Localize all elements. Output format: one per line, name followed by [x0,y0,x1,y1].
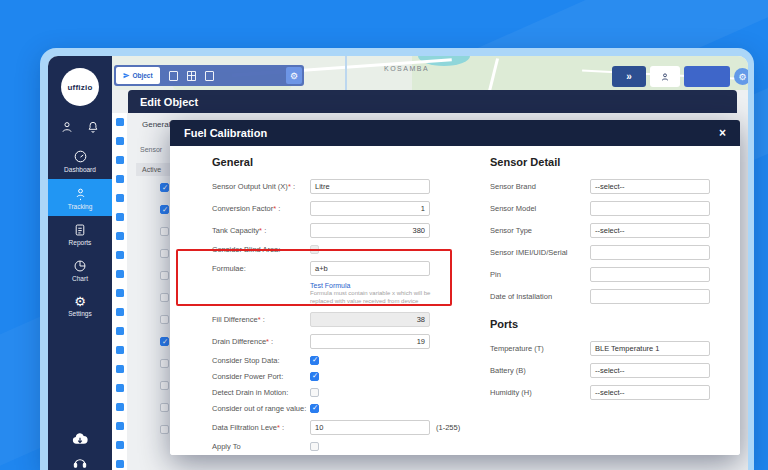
field-sensor-brand: Sensor Brand --select-- [490,178,740,194]
cloud-download-icon[interactable] [71,431,89,446]
bookmark-icon[interactable] [169,71,178,81]
object-row-checkbox[interactable] [116,460,124,468]
consider-stop-data-checkbox[interactable] [310,356,319,365]
sidebar-item-chart[interactable]: Chart [48,252,112,288]
support-headset-icon[interactable] [72,456,88,468]
consider-blind-area-checkbox[interactable] [310,245,319,254]
object-row-checkbox[interactable] [116,194,124,202]
field-conversion-factor: Conversion Factor* : 1 [212,200,462,216]
battery-port-select[interactable]: --select-- [590,363,710,378]
object-row-checkbox[interactable] [116,289,124,297]
object-row-checkbox[interactable] [116,118,124,126]
profile-icon[interactable] [60,120,74,134]
field-label: Consider Blind Area: [212,245,310,254]
object-row-checkbox[interactable] [116,327,124,335]
object-row-checkbox[interactable] [116,403,124,411]
brand-logo[interactable]: uffizio [61,68,99,106]
screen: uffizio [0,0,768,470]
tank-capacity-input[interactable]: 380 [310,223,430,238]
drain-difference-input[interactable]: 19 [310,334,430,349]
sensor-model-input[interactable] [590,201,710,216]
object-row-checkbox[interactable] [116,175,124,183]
object-row-checkbox[interactable] [116,213,124,221]
edit-object-row-checkbox[interactable] [160,249,169,258]
sidebar-item-label: Reports [69,239,92,246]
header-settings-button[interactable]: ⚙ [734,68,748,85]
sensor-detail-heading: Sensor Detail [490,156,740,168]
sidebar-item-tracking[interactable]: Tracking [48,179,112,216]
edit-object-row-checkbox[interactable] [160,359,169,368]
apply-to-checkbox[interactable] [310,442,319,451]
edit-object-row-checkbox[interactable] [160,205,169,214]
sensor-imei-input[interactable] [590,245,710,260]
data-filtration-range-hint: (1-255) [436,423,460,432]
collapse-chevrons-label: » [626,71,632,82]
edit-object-sensor-label: Sensor [140,146,162,153]
collapse-panel-button[interactable]: » [612,66,646,87]
field-label: Detect Drain in Motion: [212,388,310,397]
field-label: Temperature (T) [490,344,590,353]
object-row-checkbox[interactable] [116,346,124,354]
date-of-installation-input[interactable] [590,289,710,304]
edit-object-row-checks [160,183,169,434]
edit-object-row-checkbox[interactable] [160,227,169,236]
test-formula-link[interactable]: Test Formula [310,282,450,289]
edit-object-row-checkbox[interactable] [160,271,169,280]
map-boundary-line [345,56,347,90]
field-label: Drain Difference* : [212,337,310,346]
sensor-output-unit-input[interactable]: Litre [310,179,430,194]
tab-object[interactable]: Object [116,67,160,84]
edit-object-tab-general[interactable]: General [142,120,170,129]
edit-object-row-checkbox[interactable] [160,183,169,192]
sidebar-item-label: Chart [72,275,88,282]
tracking-person-pin-icon [73,186,88,201]
object-row-checkbox[interactable] [116,156,124,164]
toolbar-settings-button[interactable]: ⚙ [286,67,302,84]
edit-object-row-checkbox[interactable] [160,403,169,412]
sidebar-item-reports[interactable]: Reports [48,216,112,252]
object-row-checkbox[interactable] [116,232,124,240]
header-widget-bar[interactable] [684,66,730,87]
field-consider-out-of-range: Consider out of range value: [212,403,462,413]
sensor-brand-select[interactable]: --select-- [590,179,710,194]
field-sensor-imei: Sensor IMEI/UID/Serial [490,244,740,260]
consider-out-of-range-checkbox[interactable] [310,404,319,413]
modal-header: Fuel Calibration × [170,120,740,146]
object-row-checkbox[interactable] [116,251,124,259]
object-row-checkbox[interactable] [116,270,124,278]
edit-object-row-checkbox[interactable] [160,425,169,434]
formulae-input[interactable]: a+b [310,261,430,276]
account-button[interactable] [650,66,680,87]
object-row-checkbox[interactable] [116,137,124,145]
field-label: Consider out of range value: [212,404,310,413]
grid-icon[interactable] [187,71,196,81]
object-row-checkbox[interactable] [116,422,124,430]
sidebar-item-dashboard[interactable]: Dashboard [48,142,112,179]
edit-object-row-checkbox[interactable] [160,293,169,302]
consider-power-port-checkbox[interactable] [310,372,319,381]
conversion-factor-input[interactable]: 1 [310,201,430,216]
close-icon[interactable]: × [719,126,726,140]
notifications-bell-icon[interactable] [86,120,100,134]
temperature-port-select[interactable]: BLE Temperature 1 [590,341,710,356]
data-filtration-level-input[interactable]: 10 [310,420,430,435]
object-row-checkbox[interactable] [116,441,124,449]
edit-object-row-checkbox[interactable] [160,337,169,346]
object-row-checkbox[interactable] [116,384,124,392]
user-list-icon[interactable] [205,71,214,81]
pin-input[interactable] [590,267,710,282]
object-row-checkbox[interactable] [116,308,124,316]
humidity-port-select[interactable]: --select-- [590,385,710,400]
field-label: Sensor Brand [490,182,590,191]
modal-title: Fuel Calibration [184,127,267,139]
edit-object-row-checkbox[interactable] [160,381,169,390]
edit-object-row-checkbox[interactable] [160,315,169,324]
map-place-label: KOSAMBA [384,65,429,72]
edit-object-title: Edit Object [140,96,198,108]
formulae-helper-line: Formula must contain variable x which wi… [310,290,450,298]
detect-drain-in-motion-checkbox[interactable] [310,388,319,397]
sensor-type-select[interactable]: --select-- [590,223,710,238]
brand-logo-text: uffizio [68,83,93,92]
sidebar-item-settings[interactable]: ⚙ Settings [48,288,112,323]
object-row-checkbox[interactable] [116,365,124,373]
